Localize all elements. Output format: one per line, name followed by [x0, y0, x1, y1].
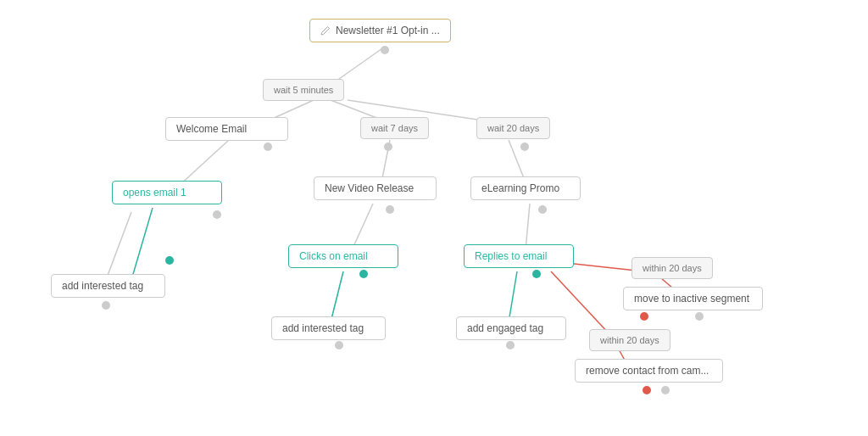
replies-email-node[interactable]: Replies to email	[464, 244, 574, 268]
elearning-node[interactable]: eLearning Promo	[470, 176, 581, 200]
dot-elearning-bottom	[538, 205, 547, 214]
connection-lines	[0, 0, 868, 436]
dot-trigger-bottom	[381, 46, 389, 54]
new-video-label: New Video Release	[325, 182, 414, 194]
replies-email-label: Replies to email	[475, 250, 547, 262]
dot-wait20-bottom	[520, 143, 529, 151]
dot-move-gray	[695, 312, 704, 321]
dot-replies-teal	[532, 270, 541, 278]
add-interested-1-label: add interested tag	[62, 280, 143, 292]
svg-line-11	[331, 271, 343, 322]
add-interested-2-label: add interested tag	[282, 322, 364, 334]
wait-7-node[interactable]: wait 7 days	[360, 117, 429, 139]
remove-contact-label: remove contact from cam...	[586, 365, 709, 377]
wait-7-label: wait 7 days	[371, 123, 418, 133]
dot-remove-gray	[661, 386, 670, 394]
move-inactive-label: move to inactive segment	[634, 293, 749, 305]
welcome-email-node[interactable]: Welcome Email	[165, 117, 288, 141]
within-20b-label: within 20 days	[600, 335, 659, 345]
workflow-canvas: Newsletter #1 Opt-in ... wait 5 minutes …	[0, 0, 868, 436]
wait-5-label: wait 5 minutes	[274, 85, 333, 95]
dot-opens-right	[213, 210, 221, 219]
dot-welcome-bottom	[264, 143, 272, 151]
edit-icon	[320, 25, 331, 36]
clicks-email-node[interactable]: Clicks on email	[288, 244, 398, 268]
wait-20-node[interactable]: wait 20 days	[476, 117, 550, 139]
dot-opens-teal	[165, 256, 174, 265]
wait-20-label: wait 20 days	[487, 123, 539, 133]
dot-interested2-bottom	[335, 341, 343, 349]
dot-remove-red	[643, 386, 651, 394]
add-interested-1-node[interactable]: add interested tag	[51, 274, 165, 298]
svg-line-7	[131, 208, 153, 280]
svg-line-9	[352, 204, 373, 250]
opens-email-node[interactable]: opens email 1	[112, 181, 222, 204]
dot-clicks-teal	[359, 270, 368, 278]
move-inactive-node[interactable]: move to inactive segment	[623, 287, 763, 310]
dot-newvideo-bottom	[386, 205, 394, 214]
within-20a-label: within 20 days	[643, 263, 702, 273]
add-engaged-label: add engaged tag	[467, 322, 543, 334]
add-interested-2-node[interactable]: add interested tag	[271, 316, 386, 340]
wait-5-node[interactable]: wait 5 minutes	[263, 79, 344, 101]
svg-line-4	[178, 140, 229, 187]
dot-engaged-bottom	[506, 341, 515, 349]
trigger-node[interactable]: Newsletter #1 Opt-in ...	[309, 19, 451, 42]
clicks-email-label: Clicks on email	[299, 250, 368, 262]
dot-interested1-bottom	[102, 301, 110, 310]
dot-wait7-bottom	[384, 143, 392, 151]
welcome-email-label: Welcome Email	[176, 123, 247, 135]
within-20b-node[interactable]: within 20 days	[589, 329, 670, 351]
elearning-label: eLearning Promo	[481, 182, 559, 194]
new-video-node[interactable]: New Video Release	[314, 176, 437, 200]
svg-line-10	[526, 204, 530, 250]
dot-move-red	[640, 312, 648, 321]
trigger-label: Newsletter #1 Opt-in ...	[336, 25, 440, 36]
svg-line-12	[509, 271, 517, 322]
opens-email-label: opens email 1	[123, 187, 186, 198]
remove-contact-node[interactable]: remove contact from cam...	[575, 359, 723, 383]
within-20a-node[interactable]: within 20 days	[632, 257, 713, 279]
add-engaged-node[interactable]: add engaged tag	[456, 316, 566, 340]
svg-line-8	[106, 212, 131, 280]
